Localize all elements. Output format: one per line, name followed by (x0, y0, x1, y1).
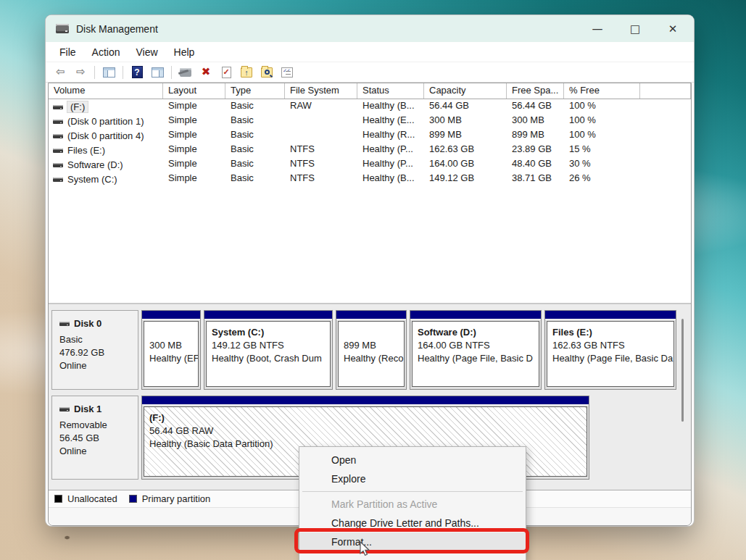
layout-cell: Simple (163, 157, 225, 172)
table-row[interactable]: (F:)SimpleBasicRAWHealthy (B...56.44 GB5… (49, 99, 691, 114)
menu-help[interactable]: Help (166, 44, 203, 60)
console-tree-icon[interactable] (100, 64, 117, 80)
column-header[interactable]: Capacity (424, 83, 507, 99)
legend-item: Unallocated (54, 493, 117, 504)
action-pane-icon[interactable] (149, 64, 166, 80)
titlebar[interactable]: Disk Management — □ ✕ (46, 15, 694, 42)
window-title: Disk Management (76, 23, 158, 35)
context-menu-item-format[interactable]: Format... (299, 532, 526, 551)
checklist-icon (281, 67, 293, 78)
menu-file[interactable]: File (51, 44, 84, 60)
menu-view[interactable]: View (128, 44, 165, 60)
partition-box[interactable]: System (C:)149.12 GB NTFSHealthy (Boot, … (206, 321, 331, 387)
column-header[interactable]: Layout (163, 83, 225, 99)
column-header[interactable]: Status (357, 83, 424, 99)
partition[interactable]: System (C:)149.12 GB NTFSHealthy (Boot, … (204, 310, 333, 390)
table-row[interactable]: (Disk 0 partition 4)SimpleBasicHealthy (… (49, 128, 691, 143)
partition-box[interactable]: 899 MBHealthy (Reco (338, 321, 405, 387)
percent-free-cell: 26 % (564, 172, 640, 186)
context-menu-item-explore[interactable]: Explore (299, 469, 526, 488)
partition-box[interactable]: 300 MBHealthy (EF (144, 321, 199, 387)
minimize-button[interactable]: — (587, 19, 608, 39)
folder-up-icon: ↑ (241, 67, 252, 78)
free-space-cell: 56.44 GB (507, 99, 564, 114)
filesystem-cell: RAW (285, 99, 357, 114)
panel-strip (159, 70, 163, 77)
drive-icon (53, 134, 63, 138)
partition-detail: Healthy (Page File, Basic Da (552, 352, 672, 365)
toolbar-separator (123, 66, 123, 79)
table-row[interactable]: Files (E:)SimpleBasicNTFSHealthy (P...16… (49, 143, 691, 157)
status-cell: Healthy (B... (357, 99, 424, 114)
filler-cell (640, 172, 691, 186)
close-button[interactable]: ✕ (662, 19, 684, 39)
context-menu-item-open[interactable]: Open (299, 451, 526, 469)
legend-swatch (54, 495, 62, 503)
column-header[interactable]: Volume (49, 83, 163, 99)
disk-label[interactable]: Disk 0Basic476.92 GBOnline (51, 310, 138, 390)
filesystem-cell: NTFS (285, 143, 357, 157)
folder-search-icon[interactable] (258, 64, 275, 80)
column-header[interactable]: Free Spa... (507, 83, 564, 99)
help-icon[interactable]: ? (128, 64, 146, 80)
type-cell: Basic (225, 114, 285, 128)
disk-kind: Removable (59, 419, 138, 432)
table-row[interactable]: System (C:)SimpleBasicNTFSHealthy (B...1… (49, 172, 691, 186)
column-header[interactable]: Type (225, 83, 285, 99)
disk-row-disk-0: Disk 0Basic476.92 GBOnline300 MBHealthy … (51, 310, 688, 390)
vertical-scrollbar[interactable] (679, 310, 686, 484)
column-header[interactable]: File System (285, 83, 357, 99)
properties-icon[interactable]: ✓ (217, 64, 235, 80)
menu-action[interactable]: Action (84, 44, 128, 60)
status-cell: Healthy (B... (357, 172, 424, 186)
legend-label: Unallocated (67, 493, 117, 504)
checklist-icon[interactable] (278, 64, 296, 80)
partition[interactable]: 300 MBHealthy (EF (141, 310, 201, 390)
disk-label[interactable]: Disk 1Removable56.45 GBOnline (51, 396, 138, 480)
filler-cell (640, 128, 691, 143)
filesystem-cell (285, 114, 357, 128)
capacity-cell: 164.00 GB (424, 157, 507, 172)
percent-free-cell: 100 % (564, 114, 640, 128)
delete-icon[interactable]: ✖ (197, 64, 215, 80)
status-cell: Healthy (P... (357, 157, 424, 172)
type-cell: Basic (225, 143, 285, 157)
partition[interactable]: Software (D:)164.00 GB NTFSHealthy (Page… (410, 310, 542, 390)
percent-free-cell: 100 % (564, 128, 640, 143)
column-header[interactable]: % Free (564, 83, 640, 99)
partition-detail: Healthy (EF (149, 352, 196, 365)
partition[interactable]: 899 MBHealthy (Reco (336, 310, 407, 390)
layout-cell: Simple (163, 99, 225, 114)
partition-box[interactable]: Software (D:)164.00 GB NTFSHealthy (Page… (412, 321, 539, 387)
status-cell: Healthy (P... (357, 143, 424, 157)
percent-free-cell: 15 % (564, 143, 640, 157)
status-cell: Healthy (E... (357, 114, 424, 128)
context-menu-item-change-drive-letter-and-paths[interactable]: Change Drive Letter and Paths... (299, 514, 526, 532)
panel-strip (104, 70, 108, 77)
volume-name-cell: Software (D:) (49, 157, 163, 172)
legend-swatch (129, 495, 137, 503)
layout-cell: Simple (163, 143, 225, 157)
table-row[interactable]: Software (D:)SimpleBasicNTFSHealthy (P..… (49, 157, 691, 172)
forward-icon[interactable]: ⇨ (72, 64, 89, 80)
disk-icon (59, 407, 70, 411)
filesystem-cell: NTFS (285, 172, 357, 186)
drive-icon (53, 105, 63, 109)
partition-title: Files (E:) (552, 326, 672, 339)
folder-up-icon[interactable]: ↑ (238, 64, 255, 80)
partition-box[interactable]: Files (E:)162.63 GB NTFSHealthy (Page Fi… (547, 321, 674, 387)
layout-cell: Simple (163, 114, 225, 128)
window-controls: — □ ✕ (587, 19, 684, 39)
forward-icon: ⇨ (76, 67, 86, 78)
partition[interactable]: Files (E:)162.63 GB NTFSHealthy (Page Fi… (544, 310, 676, 390)
partition-type-bar (545, 311, 676, 320)
back-icon[interactable]: ⇦ (51, 64, 69, 80)
disk-size: 476.92 GB (59, 346, 138, 359)
partition-detail: Healthy (Boot, Crash Dum (212, 352, 328, 365)
table-row[interactable]: (Disk 0 partition 1)SimpleBasicHealthy (… (49, 114, 691, 128)
disk-name: Disk 0 (74, 318, 101, 329)
maximize-button[interactable]: □ (624, 19, 646, 39)
scrollbar-thumb[interactable] (681, 319, 684, 422)
folder-search-icon (261, 67, 273, 78)
disk-tool-icon[interactable] (177, 64, 194, 80)
